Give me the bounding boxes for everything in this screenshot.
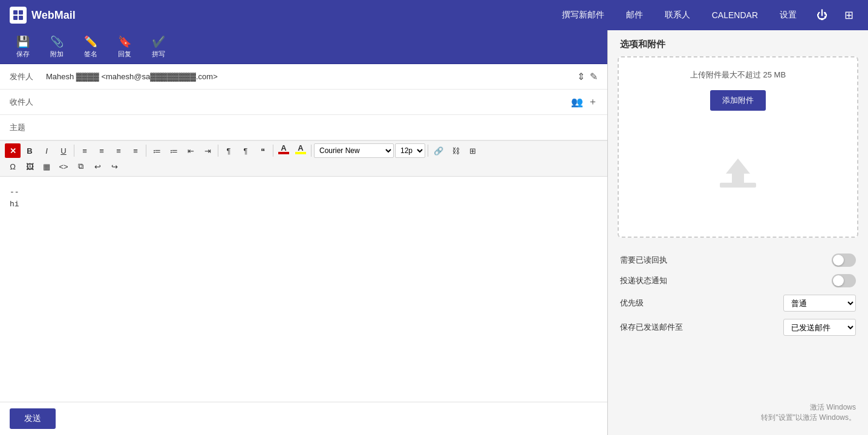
- save-icon: 💾: [16, 35, 30, 48]
- compose-fields: 发件人 Mahesh ▓▓▓▓ <mahesh@sa▓▓▓▓▓▓▓▓.com> …: [0, 64, 607, 141]
- add-attachment-button[interactable]: 添加附件: [710, 90, 766, 111]
- from-actions: ⇕ ✎: [577, 71, 598, 82]
- nav-mail[interactable]: 邮件: [615, 0, 654, 30]
- nav-calendar[interactable]: CALENDAR: [701, 0, 769, 30]
- font-size-select[interactable]: 12pt 10pt 14pt 16pt: [395, 143, 425, 158]
- delivery-notify-toggle[interactable]: [832, 274, 856, 287]
- attach-button[interactable]: 📎 附加: [46, 35, 68, 59]
- redo-button[interactable]: ↪: [106, 159, 122, 174]
- separator-5: [311, 145, 312, 157]
- save-to-row: 保存已发送邮件至 已发送邮件 草稿: [620, 319, 856, 336]
- from-row: 发件人 Mahesh ▓▓▓▓ <mahesh@sa▓▓▓▓▓▓▓▓.com> …: [0, 64, 607, 90]
- main-layout: 💾 保存 📎 附加 ✏️ 签名 🔖 回复 ✔️ 拼写 发件人: [0, 30, 868, 435]
- save-to-select[interactable]: 已发送邮件 草稿: [783, 319, 856, 336]
- reply-label: 回复: [118, 50, 131, 59]
- download-drop-icon: [714, 149, 762, 198]
- spell-button[interactable]: ✔️ 拼写: [148, 35, 169, 59]
- from-edit-icon[interactable]: ✎: [590, 71, 598, 82]
- attach-label: 附加: [50, 50, 64, 59]
- priority-select[interactable]: 低 普通 高: [783, 295, 856, 312]
- delivery-notify-knob: [833, 275, 844, 286]
- read-receipt-label: 需要已读回执: [620, 255, 667, 266]
- align-justify-button[interactable]: ≡: [128, 143, 143, 158]
- code-button[interactable]: <>: [56, 159, 71, 174]
- separator-4: [273, 145, 273, 157]
- link-button[interactable]: 🔗: [431, 143, 446, 158]
- attach-icon: 📎: [50, 35, 64, 48]
- align-right-button[interactable]: ≡: [111, 143, 126, 158]
- blockquote-button[interactable]: ❝: [255, 143, 270, 158]
- nav-links: 撰写新邮件 邮件 联系人 CALENDAR 设置: [551, 0, 808, 30]
- to-label: 收件人: [10, 97, 46, 108]
- font-color-button[interactable]: A: [276, 143, 292, 158]
- italic-button[interactable]: I: [39, 143, 54, 158]
- editor-toolbar: ✕ B I U ≡ ≡ ≡ ≡ ≔ ≔ ⇤ ⇥ ¶ ¶ ❝ A: [0, 141, 607, 177]
- upload-limit-text: 上传附件最大不超过 25 MB: [690, 70, 786, 80]
- align-center-button[interactable]: ≡: [94, 143, 109, 158]
- read-receipt-row: 需要已读回执: [620, 253, 856, 267]
- save-label: 保存: [16, 50, 30, 59]
- copy-button[interactable]: ⧉: [73, 159, 88, 174]
- top-navigation: WebMail 撰写新邮件 邮件 联系人 CALENDAR 设置 ⏻ ⊞: [0, 0, 868, 30]
- nav-contacts[interactable]: 联系人: [654, 0, 701, 30]
- table-button[interactable]: ⊞: [465, 143, 480, 158]
- send-button[interactable]: 发送: [10, 408, 56, 429]
- read-receipt-toggle[interactable]: [832, 253, 856, 267]
- nav-action-icons: ⏻ ⊞: [812, 5, 858, 25]
- delivery-notify-label: 投递状态通知: [620, 275, 667, 286]
- image-button[interactable]: 🖼: [22, 159, 38, 174]
- svg-rect-4: [720, 183, 756, 188]
- app-title: WebMail: [31, 9, 76, 22]
- svg-rect-1: [19, 10, 23, 15]
- special-char-button[interactable]: Ω: [5, 159, 21, 174]
- media-button[interactable]: ▦: [39, 159, 54, 174]
- compose-toolbar: 💾 保存 📎 附加 ✏️ 签名 🔖 回复 ✔️ 拼写: [0, 30, 607, 64]
- save-button[interactable]: 💾 保存: [12, 35, 34, 59]
- editor-toolbar-row-2: Ω 🖼 ▦ <> ⧉ ↩ ↪: [5, 159, 602, 174]
- to-input[interactable]: [46, 93, 571, 111]
- editor-content-line1: --: [10, 186, 598, 198]
- sidebar-panel: 选项和附件 上传附件最大不超过 25 MB 添加附件 需要已读回执 投递状态通知: [608, 30, 868, 435]
- indent-button[interactable]: ⇥: [200, 143, 215, 158]
- save-to-label: 保存已发送邮件至: [620, 322, 683, 333]
- nav-settings[interactable]: 设置: [769, 0, 808, 30]
- from-expand-icon[interactable]: ⇕: [577, 71, 585, 82]
- subject-label: 主题: [10, 122, 46, 133]
- subject-row: 主题: [0, 115, 607, 140]
- reply-button[interactable]: 🔖 回复: [114, 35, 135, 59]
- activate-windows-title: 激活 Windows: [620, 402, 856, 413]
- paragraph-button[interactable]: ¶: [221, 143, 237, 158]
- svg-rect-3: [19, 16, 23, 20]
- unordered-list-button[interactable]: ≔: [149, 143, 165, 158]
- contacts-icon[interactable]: 👥: [571, 96, 583, 108]
- compose-area: 💾 保存 📎 附加 ✏️ 签名 🔖 回复 ✔️ 拼写 发件人: [0, 30, 608, 435]
- svg-rect-2: [13, 16, 18, 20]
- bold-button[interactable]: B: [22, 143, 38, 158]
- separator-6: [428, 145, 428, 157]
- paragraph-alt-button[interactable]: ¶: [238, 143, 253, 158]
- sign-button[interactable]: ✏️ 签名: [80, 35, 102, 59]
- nav-compose[interactable]: 撰写新邮件: [551, 0, 615, 30]
- compose-bottom: 发送: [0, 402, 607, 435]
- editor-content-line2: hi: [10, 198, 598, 211]
- remove-format-button[interactable]: ✕: [5, 143, 21, 158]
- svg-rect-0: [13, 10, 18, 15]
- subject-input[interactable]: [46, 118, 598, 137]
- outdent-button[interactable]: ⇤: [183, 143, 198, 158]
- undo-button[interactable]: ↩: [90, 159, 105, 174]
- from-value: Mahesh ▓▓▓▓ <mahesh@sa▓▓▓▓▓▓▓▓.com>: [46, 67, 577, 86]
- editor-body[interactable]: -- hi: [0, 177, 607, 402]
- delivery-notify-row: 投递状态通知: [620, 274, 856, 287]
- align-left-button[interactable]: ≡: [77, 143, 93, 158]
- add-recipient-icon[interactable]: ＋: [588, 96, 598, 108]
- underline-button[interactable]: U: [56, 143, 71, 158]
- priority-label: 优先级: [620, 298, 644, 309]
- upload-zone[interactable]: 上传附件最大不超过 25 MB 添加附件: [618, 56, 858, 238]
- bg-color-button[interactable]: A: [293, 143, 308, 158]
- power-icon[interactable]: ⏻: [812, 5, 832, 25]
- ordered-list-button[interactable]: ≔: [166, 143, 181, 158]
- from-label: 发件人: [10, 71, 46, 82]
- grid-icon[interactable]: ⊞: [839, 5, 858, 25]
- unlink-button[interactable]: ⛓: [448, 143, 463, 158]
- font-family-select[interactable]: Courier New Arial Times New Roman: [314, 143, 394, 158]
